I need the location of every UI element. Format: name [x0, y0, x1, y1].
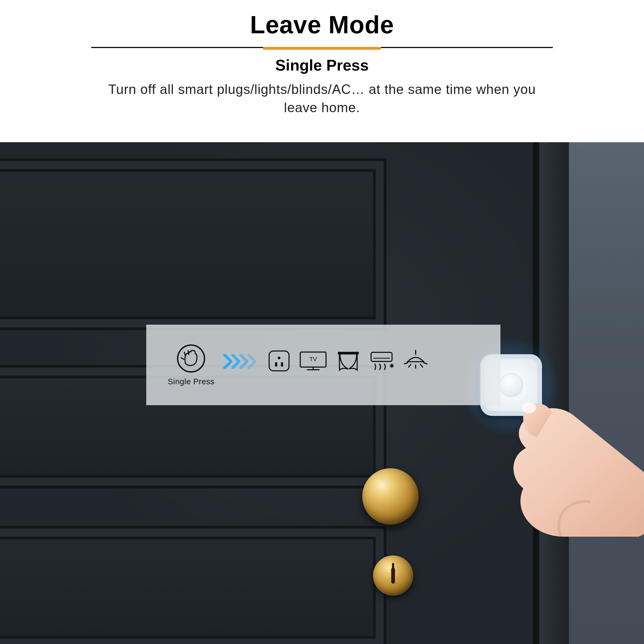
svg-text:✱: ✱ [389, 363, 394, 369]
svg-point-3 [278, 357, 280, 359]
wall [569, 142, 644, 644]
ac-icon: ✱ [369, 350, 394, 373]
single-press-icon: Single Press [168, 344, 214, 386]
page-description: Turn off all smart plugs/lights/blinds/A… [94, 81, 550, 117]
smart-plug-icon [268, 350, 290, 373]
door-panel [0, 526, 386, 644]
tv-label: TV [309, 356, 317, 363]
svg-rect-4 [275, 362, 277, 367]
blinds-icon [336, 350, 360, 373]
door-knob [362, 468, 419, 525]
svg-rect-7 [338, 352, 359, 354]
svg-rect-5 [281, 362, 283, 367]
header: Leave Mode Single Press Turn off all sma… [0, 0, 644, 117]
door-deadbolt [373, 555, 413, 596]
divider [91, 47, 553, 48]
door-scene: Single Press TV [0, 142, 644, 644]
tv-icon: TV [299, 350, 327, 372]
page-subtitle: Single Press [0, 56, 644, 74]
page-title: Leave Mode [0, 11, 644, 39]
arrow-chevrons-icon [225, 354, 257, 369]
svg-rect-2 [269, 351, 289, 371]
ceiling-lamp-icon [403, 349, 429, 374]
svg-rect-8 [371, 352, 392, 361]
action-strip: Single Press TV [146, 325, 500, 405]
single-press-label: Single Press [168, 377, 214, 386]
door-panel [0, 158, 386, 330]
